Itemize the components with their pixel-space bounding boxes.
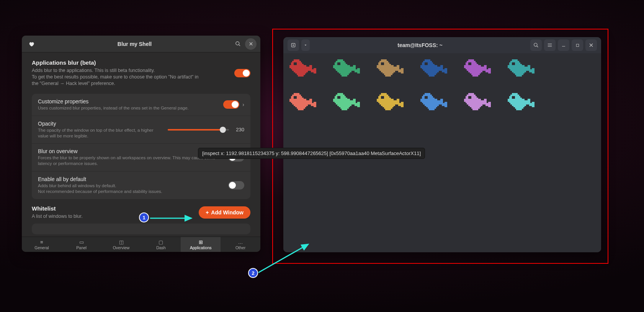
svg-rect-151 (401, 106, 404, 108)
svg-rect-24 (335, 64, 347, 65)
svg-rect-140 (381, 93, 387, 95)
svg-rect-172 (445, 102, 447, 105)
tab-label: Overview (113, 245, 130, 250)
close-button[interactable] (245, 38, 257, 50)
tab-dash[interactable]: ▢Dash (141, 237, 181, 252)
svg-rect-198 (510, 103, 533, 105)
svg-rect-207 (512, 96, 515, 99)
favorite-icon[interactable] (26, 38, 37, 50)
svg-rect-65 (426, 72, 438, 74)
terminal-close-button[interactable] (585, 39, 597, 51)
pixel-ghost (333, 59, 361, 82)
svg-rect-110 (289, 99, 306, 100)
tab-overview[interactable]: ◫Overview (101, 237, 141, 252)
svg-rect-55 (425, 59, 430, 61)
inspector-tooltip: [inspect x: 1192.9818115234375 y: 598.99… (198, 148, 425, 159)
svg-rect-148 (381, 105, 395, 106)
tab-other[interactable]: …Other (221, 237, 260, 252)
add-window-label: Add Window (211, 209, 244, 216)
svg-rect-3 (576, 44, 579, 46)
svg-rect-182 (468, 105, 482, 106)
pixel-ghost (508, 59, 536, 82)
terminal-title: team@ItsFOSS: ~ (311, 42, 529, 48)
whitelist-desc: A list of windows to blur. (32, 213, 83, 220)
svg-rect-201 (513, 106, 525, 108)
panel-icon: ▭ (79, 239, 84, 245)
pixel-ghost (289, 93, 318, 116)
svg-rect-10 (291, 68, 312, 70)
arrow-2 (258, 241, 316, 276)
svg-rect-191 (512, 93, 518, 95)
section-desc: Adds blur to the applications. This is s… (32, 67, 200, 87)
svg-rect-138 (357, 102, 360, 105)
svg-rect-112 (291, 102, 312, 103)
svg-rect-189 (488, 102, 491, 105)
svg-rect-107 (292, 95, 301, 96)
svg-rect-71 (425, 62, 427, 65)
svg-rect-93 (508, 65, 525, 67)
svg-rect-83 (488, 72, 491, 74)
svg-rect-137 (353, 99, 356, 101)
svg-rect-128 (333, 100, 353, 102)
opacity-slider[interactable] (168, 129, 229, 131)
tab-applications[interactable]: ⊞Applications (181, 237, 221, 252)
minimize-button[interactable] (558, 39, 569, 51)
tab-dropdown-button[interactable] (301, 39, 310, 51)
search-icon[interactable] (232, 38, 244, 50)
tab-panel[interactable]: ▭Panel (62, 237, 101, 252)
maximize-button[interactable] (572, 39, 583, 51)
tabbar: ≡General ▭Panel ◫Overview ▢Dash ⊞Applica… (22, 237, 260, 252)
svg-rect-82 (470, 72, 481, 74)
svg-rect-72 (468, 59, 474, 61)
svg-rect-204 (516, 109, 522, 110)
svg-rect-181 (467, 103, 489, 105)
dash-icon: ▢ (159, 239, 163, 245)
svg-rect-17 (298, 75, 304, 77)
svg-rect-117 (314, 106, 316, 108)
svg-rect-70 (445, 68, 447, 71)
customize-toggle[interactable] (223, 100, 239, 109)
apps-blur-toggle[interactable] (234, 69, 250, 77)
svg-rect-168 (445, 106, 447, 108)
hamburger-menu-icon[interactable] (544, 39, 556, 51)
pixel-ghost (464, 93, 492, 116)
svg-rect-76 (464, 65, 481, 67)
svg-rect-133 (339, 106, 350, 108)
svg-rect-171 (440, 99, 443, 101)
svg-rect-43 (377, 67, 397, 68)
titlebar: Blur my Shell (22, 36, 260, 52)
svg-rect-186 (471, 107, 480, 109)
new-tab-button[interactable] (288, 39, 299, 51)
svg-rect-60 (420, 67, 440, 68)
tab-general[interactable]: ≡General (22, 237, 62, 252)
svg-rect-192 (510, 95, 519, 96)
svg-rect-38 (381, 59, 387, 61)
terminal-search-icon[interactable] (530, 39, 542, 51)
pixel-ghost (333, 93, 361, 116)
more-icon: … (238, 239, 243, 245)
tab-label: General (34, 245, 49, 250)
svg-rect-190 (468, 96, 471, 99)
svg-rect-139 (337, 96, 340, 99)
enable-all-toggle[interactable] (228, 181, 244, 189)
svg-rect-87 (488, 68, 491, 71)
svg-rect-120 (309, 99, 312, 101)
svg-rect-89 (512, 59, 518, 61)
svg-rect-54 (381, 62, 384, 65)
svg-rect-53 (401, 68, 404, 71)
svg-rect-136 (342, 109, 347, 110)
svg-rect-174 (468, 93, 474, 95)
svg-rect-126 (335, 98, 347, 99)
customize-row[interactable]: Customize properties Uses customized blu… (32, 94, 250, 116)
svg-rect-173 (425, 96, 427, 99)
whitelist-title: Whitelist (32, 205, 83, 212)
svg-rect-147 (379, 103, 402, 105)
svg-rect-131 (337, 105, 351, 106)
svg-rect-36 (357, 68, 360, 71)
row-desc: The opacity of the window on top of the … (38, 127, 163, 139)
svg-rect-69 (440, 65, 443, 68)
add-window-button[interactable]: +Add Window (199, 206, 250, 219)
svg-rect-52 (397, 65, 399, 68)
svg-rect-48 (382, 72, 394, 74)
svg-rect-13 (311, 71, 317, 72)
